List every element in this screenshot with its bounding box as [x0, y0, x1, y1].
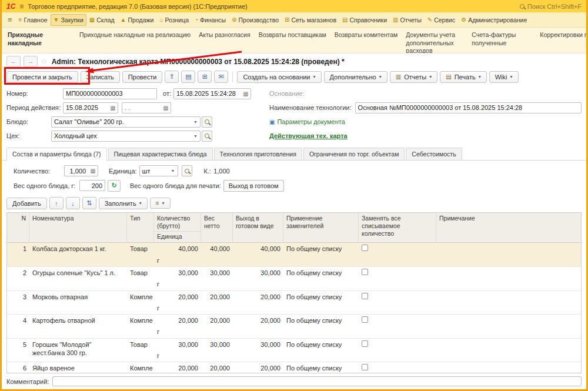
move-up-icon[interactable]: ↑ [49, 197, 64, 209]
comment-input[interactable] [52, 376, 582, 386]
main-menu-icon[interactable]: ≡ [19, 2, 24, 11]
active-tech-card-link[interactable]: Действующая тех. карта [269, 132, 348, 139]
quantity-field[interactable] [65, 166, 88, 176]
add-row-button[interactable]: Добавить [6, 198, 47, 209]
dish-combo[interactable]: ▾ [51, 116, 201, 128]
write-button[interactable]: Записать [81, 71, 120, 83]
table-row[interactable]: 2 Огурцы соленые "Кусь" 1 л. Товар 30,00… [7, 267, 581, 291]
tab[interactable]: Ограничения по торг. объектам [303, 148, 405, 160]
favorite-star-icon[interactable]: ☆ [41, 57, 48, 66]
menu-section[interactable]: ▤ Справочники [339, 14, 390, 26]
submenu-item[interactable]: Приходные накладные на реализацию [79, 31, 191, 39]
menu-section[interactable]: ▥ Отчеты [390, 14, 425, 26]
dropdown-icon[interactable]: ▾ [191, 119, 200, 125]
calendar-icon[interactable]: ▦ [108, 105, 118, 111]
replace-all-checkbox[interactable] [362, 245, 368, 251]
fill-button[interactable]: Заполнить ▾ [99, 198, 148, 209]
attached-files-icon[interactable]: ✉ [214, 71, 228, 83]
replace-all-checkbox[interactable] [362, 293, 368, 299]
weight-print-control[interactable]: Выход в готовом [223, 180, 284, 192]
submenu-item[interactable]: Документы учета дополнительных расходов [406, 31, 463, 54]
quantity-input[interactable]: ▦ [64, 165, 98, 176]
create-on-basis-button[interactable]: Создать на основании ▾ [237, 71, 321, 83]
col-header-substitutes[interactable]: Применение заменителей [283, 213, 359, 242]
reorder-icon[interactable]: ⇅ [82, 197, 96, 209]
post-document-icon[interactable]: ⇑ [165, 71, 179, 83]
list-settings-button[interactable]: ≡ ▾ [150, 198, 171, 209]
post-and-close-button[interactable]: Провести и закрыть [6, 71, 78, 83]
unit-choose-button[interactable] [182, 165, 192, 176]
menu-section[interactable]: ≡ Главное [16, 14, 51, 26]
menu-section[interactable]: ⚙ Администрирование [458, 14, 530, 26]
tab[interactable]: Состав и параметры блюда (7) [6, 148, 107, 161]
menu-section[interactable]: ▼ Закупки [51, 14, 86, 26]
table-row[interactable]: 1 Колбаса докторская 1 кг. Товар 40,000 … [7, 243, 581, 267]
menu-section[interactable]: ✎ Сервис [425, 14, 458, 26]
unit-combo[interactable]: ▾ [139, 165, 178, 176]
number-input[interactable] [63, 88, 157, 99]
reports-button[interactable]: ▥ Отчеты ▾ [390, 71, 438, 83]
tab[interactable]: Технология приготовления [214, 148, 302, 160]
replace-all-checkbox[interactable] [362, 340, 368, 347]
doc-params-link[interactable]: Параметры документа [277, 118, 345, 125]
submenu-item[interactable]: Корректировки поступления [540, 31, 586, 39]
table-row[interactable]: 3 Морковь отварная Компле 20,000 г 20,00… [7, 291, 581, 315]
col-header-qty[interactable]: Количество (брутто) Единица [154, 213, 201, 242]
date-field[interactable] [174, 89, 241, 99]
global-search[interactable]: Поиск Ctrl+Shift+F [520, 3, 582, 10]
col-header-nomenclature[interactable]: Номенклатура [29, 213, 127, 242]
replace-all-checkbox[interactable] [362, 269, 368, 275]
tab[interactable]: Себестоимость [406, 148, 462, 160]
dish-choose-button[interactable] [202, 116, 212, 128]
refresh-weight-button[interactable]: ↻ [108, 180, 121, 192]
dropdown-icon[interactable]: ▾ [169, 168, 178, 173]
submenu-item[interactable]: Приходные накладные [8, 31, 71, 47]
date-input[interactable]: ▦ [173, 88, 251, 99]
period-from-field[interactable] [64, 103, 108, 113]
table-row[interactable]: 6 Яйцо вареное Компле 20,000 г 20,000 20… [7, 362, 581, 373]
calendar-icon[interactable]: ▦ [161, 105, 171, 111]
workshop-choose-button[interactable] [202, 131, 212, 142]
back-button[interactable]: ← [6, 56, 21, 67]
submenu-item[interactable]: Счета-фактуры полученные [472, 31, 532, 47]
col-header-note[interactable]: Примечание [436, 213, 581, 242]
weight-field[interactable] [80, 181, 105, 191]
period-to-input[interactable]: ▦ [122, 102, 171, 113]
menu-section[interactable]: ⌂ Розница [156, 14, 192, 26]
replace-all-checkbox[interactable] [362, 364, 368, 370]
replace-all-checkbox[interactable] [362, 316, 368, 323]
number-field[interactable] [64, 89, 156, 99]
comment-field[interactable] [53, 377, 581, 386]
tab[interactable]: Пищевая характеристика блюда [108, 148, 213, 160]
workshop-combo[interactable]: ▾ [51, 131, 201, 142]
col-header-net[interactable]: Вес нетто [201, 213, 233, 242]
tech-name-field[interactable] [356, 103, 581, 113]
wiki-button[interactable]: Wiki ▾ [489, 71, 519, 83]
weight-input[interactable] [79, 180, 105, 191]
menu-section[interactable]: ⊛ Производство [229, 14, 282, 26]
forward-button[interactable]: → [24, 56, 38, 67]
col-header-replace-all[interactable]: Заменять все списываемое количество [359, 213, 436, 242]
calculator-icon[interactable]: ▦ [88, 168, 98, 174]
tech-name-input[interactable] [355, 102, 582, 113]
subordination-structure-icon[interactable]: ⊞ [198, 71, 212, 83]
period-from-input[interactable]: ▦ [63, 102, 118, 113]
workshop-field[interactable] [52, 131, 191, 141]
register-records-icon[interactable]: ▤ [181, 71, 195, 83]
unit-field[interactable] [140, 166, 169, 176]
period-to-field[interactable] [122, 103, 161, 113]
menu-section[interactable]: ▲ Продажи [118, 14, 157, 26]
post-button[interactable]: Провести [122, 71, 163, 83]
table-row[interactable]: 5 Горошек "Молодой" жест.банка 300 гр. Т… [7, 339, 581, 363]
sections-menu-icon[interactable]: ≡ [4, 15, 16, 24]
col-header-type[interactable]: Тип [127, 213, 154, 242]
menu-section[interactable]: ▦ Склад [86, 14, 118, 26]
submenu-item[interactable]: Возвраты поставщикам [259, 31, 326, 39]
menu-section[interactable]: ⊞ Сеть магазинов [282, 14, 339, 26]
calendar-icon[interactable]: ▦ [241, 91, 250, 97]
move-down-icon[interactable]: ↓ [66, 197, 80, 209]
table-row[interactable]: 4 Картофель отварной Компле 20,000 г 20,… [7, 315, 581, 339]
submenu-item[interactable]: Возвраты комитентам [335, 31, 398, 39]
col-header-n[interactable]: N [7, 213, 29, 242]
col-header-output[interactable]: Выход в готовом виде [233, 213, 283, 242]
